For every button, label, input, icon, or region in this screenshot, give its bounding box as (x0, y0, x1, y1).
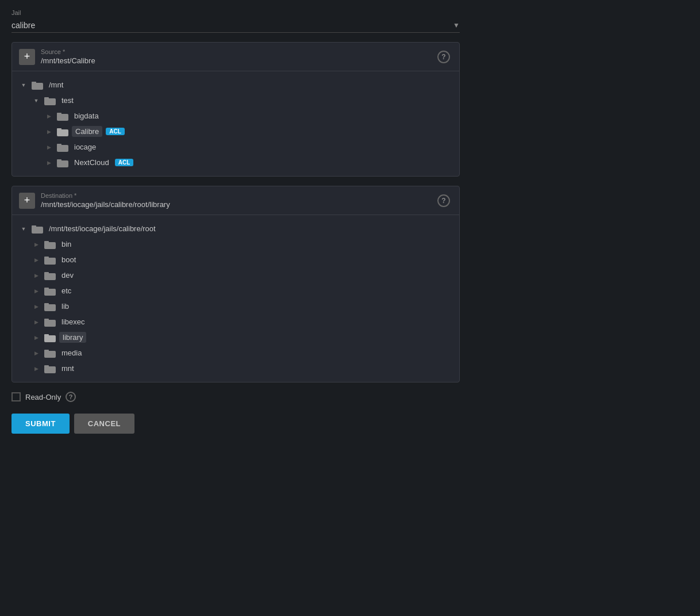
destination-tree-area: /mnt/test/iocage/jails/calibre/root bin (12, 215, 459, 382)
node-label: Calibre (72, 126, 102, 137)
expand-arrow[interactable] (32, 286, 41, 296)
svg-rect-13 (32, 225, 36, 228)
folder-icon (44, 255, 56, 265)
expand-arrow[interactable] (32, 271, 41, 280)
expand-arrow[interactable] (32, 364, 41, 373)
node-label: lib (59, 301, 71, 312)
expand-arrow[interactable] (44, 112, 53, 121)
folder-icon (32, 224, 43, 234)
svg-rect-9 (57, 144, 61, 146)
expand-arrow[interactable] (32, 96, 41, 105)
node-label: etc (59, 285, 74, 296)
expand-arrow[interactable] (32, 349, 41, 358)
svg-rect-23 (44, 303, 49, 305)
svg-rect-31 (44, 365, 49, 368)
folder-icon (44, 302, 56, 311)
tree-node[interactable]: dev (32, 267, 452, 283)
node-label: media (59, 347, 84, 358)
expand-arrow[interactable] (44, 158, 53, 167)
acl-badge: ACL (106, 128, 125, 135)
node-label: /mnt (47, 79, 66, 90)
folder-icon (44, 271, 56, 280)
expand-arrow[interactable] (44, 143, 53, 152)
button-row: SUBMIT CANCEL (11, 414, 460, 434)
jail-value: calibre (11, 21, 35, 30)
svg-rect-25 (44, 319, 49, 321)
tree-node[interactable]: media (32, 345, 452, 361)
destination-label: Destination * (41, 192, 452, 199)
tree-node[interactable]: boot (32, 252, 452, 267)
readonly-label: Read-Only (25, 393, 61, 401)
tree-node[interactable]: mnt (32, 361, 452, 376)
folder-icon (57, 143, 68, 152)
tree-children-root: bin boot (32, 236, 452, 376)
folder-icon (44, 364, 56, 373)
tree-node-library[interactable]: library (32, 330, 452, 345)
tree-node-nextcloud[interactable]: NextCloud ACL (44, 155, 452, 170)
svg-rect-27 (44, 334, 49, 336)
node-label: dev (59, 270, 76, 281)
node-label: bin (59, 239, 74, 250)
svg-rect-11 (57, 159, 61, 162)
source-add-button[interactable]: + (19, 49, 35, 65)
folder-icon (44, 349, 56, 358)
expand-arrow[interactable] (19, 81, 28, 90)
destination-field-group: Destination * /mnt/test/iocage/jails/cal… (41, 192, 452, 209)
submit-button[interactable]: SUBMIT (11, 414, 70, 434)
jail-section: Jail calibre ▼ (11, 9, 460, 33)
tree-node-calibre[interactable]: Calibre ACL (44, 124, 452, 139)
expand-arrow[interactable] (32, 240, 41, 249)
folder-icon (57, 158, 68, 167)
node-label: mnt (59, 363, 76, 374)
expand-arrow[interactable] (32, 302, 41, 311)
source-field-group: Source * /mnt/test/Calibre (41, 48, 452, 65)
svg-rect-19 (44, 272, 49, 274)
svg-rect-29 (44, 350, 49, 352)
folder-icon (44, 317, 56, 327)
node-label: bigdata (72, 110, 101, 121)
destination-help-icon[interactable]: ? (437, 194, 450, 207)
tree-node[interactable]: test (32, 93, 452, 108)
expand-arrow[interactable] (32, 333, 41, 342)
source-tree-area: /mnt test (12, 71, 459, 176)
expand-arrow[interactable] (44, 127, 53, 136)
readonly-help-icon[interactable]: ? (66, 392, 76, 402)
source-header: + Source * /mnt/test/Calibre ? (12, 43, 459, 71)
cancel-button[interactable]: CANCEL (74, 414, 134, 434)
svg-rect-1 (32, 82, 36, 84)
tree-children-test: bigdata Calibre ACL (44, 108, 452, 170)
destination-panel: + Destination * /mnt/test/iocage/jails/c… (11, 186, 460, 382)
source-help-icon[interactable]: ? (437, 51, 450, 63)
tree-node[interactable]: bin (32, 236, 452, 252)
expand-arrow[interactable] (19, 224, 28, 234)
source-panel: + Source * /mnt/test/Calibre ? /mnt (11, 42, 460, 177)
chevron-down-icon: ▼ (453, 21, 460, 29)
svg-rect-21 (44, 288, 49, 290)
tree-node[interactable]: /mnt/test/iocage/jails/calibre/root (19, 221, 452, 236)
folder-icon (32, 81, 43, 90)
source-value: /mnt/test/Calibre (41, 56, 452, 65)
jail-dropdown[interactable]: calibre ▼ (11, 18, 460, 33)
svg-rect-17 (44, 257, 49, 259)
readonly-checkbox[interactable] (11, 392, 21, 401)
expand-arrow[interactable] (32, 255, 41, 265)
node-label: boot (59, 254, 78, 265)
expand-arrow[interactable] (32, 317, 41, 327)
svg-rect-5 (57, 113, 61, 115)
source-label: Source * (41, 48, 452, 55)
destination-value: /mnt/test/iocage/jails/calibre/root/libr… (41, 200, 452, 209)
node-label: /mnt/test/iocage/jails/calibre/root (47, 223, 158, 234)
node-label: iocage (72, 141, 98, 152)
svg-rect-3 (44, 97, 49, 100)
tree-node[interactable]: libexec (32, 314, 452, 330)
tree-node[interactable]: lib (32, 299, 452, 314)
tree-node[interactable]: etc (32, 283, 452, 299)
tree-node[interactable]: /mnt (19, 77, 452, 93)
node-label: libexec (59, 316, 87, 327)
destination-add-button[interactable]: + (19, 193, 35, 209)
tree-node[interactable]: bigdata (44, 108, 452, 124)
svg-rect-7 (57, 128, 61, 131)
node-label: test (59, 95, 76, 106)
tree-node[interactable]: iocage (44, 139, 452, 155)
folder-icon (44, 96, 56, 105)
